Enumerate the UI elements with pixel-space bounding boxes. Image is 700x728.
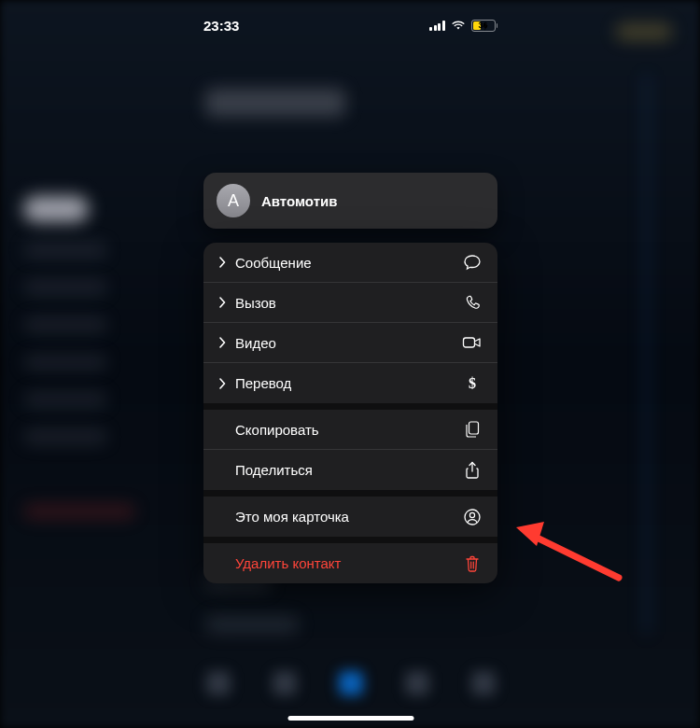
context-menu: Сообщение Вызов Видео Перевод $ (203, 243, 497, 583)
menu-item-my-card[interactable]: Это моя карточка (203, 497, 497, 537)
bg-left-row (23, 355, 107, 370)
menu-label: Сообщение (235, 255, 312, 271)
dollar-icon: $ (462, 374, 483, 393)
menu-item-call[interactable]: Вызов (203, 283, 497, 323)
share-icon (462, 461, 483, 480)
tab-icon[interactable] (206, 671, 231, 695)
bg-left-row (23, 280, 107, 295)
phone-icon (462, 294, 483, 312)
menu-label: Поделиться (235, 462, 313, 478)
tab-icon[interactable] (405, 671, 429, 695)
bg-left-row (23, 243, 107, 258)
menu-label: Удалить контакт (235, 555, 341, 571)
menu-label: Скопировать (235, 422, 319, 438)
chevron-right-icon (218, 378, 226, 389)
home-indicator[interactable] (287, 716, 413, 721)
svg-text:$: $ (469, 375, 476, 391)
bg-left-row (23, 317, 107, 332)
menu-item-transfer[interactable]: Перевод $ (203, 363, 497, 403)
menu-label: Вызов (235, 295, 276, 311)
menu-item-copy[interactable]: Скопировать (203, 410, 497, 450)
menu-item-share[interactable]: Поделиться (203, 450, 497, 490)
menu-separator (203, 403, 497, 410)
menu-label: Это моя карточка (235, 509, 349, 525)
chevron-right-icon (218, 297, 226, 308)
bg-selection-pill (23, 196, 89, 222)
status-bar: 23:33 36 (175, 14, 525, 36)
battery-text: 36 (478, 21, 487, 30)
status-right: 36 (429, 20, 497, 32)
bg-left-row (23, 392, 107, 407)
menu-item-delete-contact[interactable]: Удалить контакт (203, 543, 497, 583)
tab-icon-active[interactable] (339, 671, 363, 695)
chevron-right-icon (218, 257, 226, 268)
status-time: 23:33 (203, 18, 239, 34)
wifi-icon (451, 20, 466, 31)
person-circle-icon (462, 508, 483, 526)
copy-icon (462, 420, 483, 439)
contact-card[interactable]: А Автомотив (203, 173, 497, 229)
contact-name: Автомотив (261, 193, 337, 209)
bg-left-destructive (23, 504, 135, 519)
tab-icon[interactable] (273, 671, 297, 695)
tab-bar (185, 665, 516, 702)
avatar-initial: А (228, 191, 239, 211)
cellular-signal-icon (429, 21, 445, 31)
bg-left-row (23, 429, 107, 444)
menu-separator (203, 537, 497, 543)
avatar: А (217, 184, 250, 217)
tab-icon[interactable] (471, 671, 496, 695)
battery-indicator: 36 (471, 20, 498, 32)
svg-point-4 (469, 512, 474, 517)
svg-rect-2 (469, 422, 479, 434)
bg-accent-stripe (645, 75, 649, 635)
menu-item-video[interactable]: Видео (203, 323, 497, 363)
trash-icon (462, 554, 483, 573)
svg-rect-0 (464, 338, 475, 347)
menu-item-message[interactable]: Сообщение (203, 243, 497, 283)
message-icon (462, 253, 483, 272)
chevron-right-icon (218, 337, 226, 348)
video-icon (462, 335, 483, 350)
bg-top-right-blur (616, 23, 672, 40)
menu-separator (203, 490, 497, 497)
menu-label: Видео (235, 335, 276, 351)
menu-label: Перевод (235, 375, 291, 391)
